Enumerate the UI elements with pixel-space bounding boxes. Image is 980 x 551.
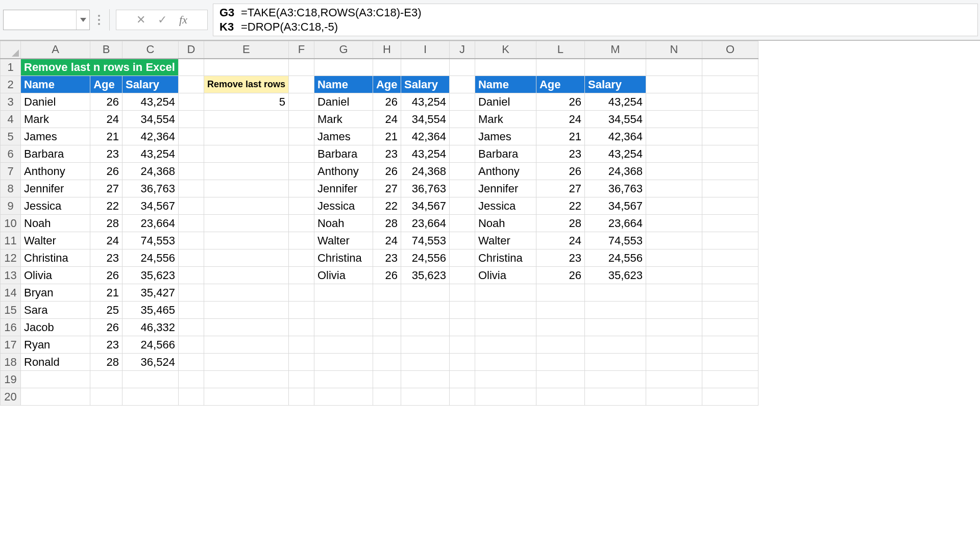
cell-L9[interactable]: 22 xyxy=(536,197,584,215)
cell-C9[interactable]: 34,567 xyxy=(122,197,178,215)
cell-E5[interactable] xyxy=(204,128,288,145)
cell-N3[interactable] xyxy=(646,93,702,111)
cell-A1[interactable]: Remove last n rows in Excel xyxy=(21,59,179,76)
cell-E7[interactable] xyxy=(204,163,288,180)
cell-F3[interactable] xyxy=(288,93,314,111)
cell-K11[interactable]: Walter xyxy=(475,232,536,249)
cell-D13[interactable] xyxy=(178,267,204,284)
cell-N8[interactable] xyxy=(646,180,702,197)
cell-L15[interactable] xyxy=(536,302,584,319)
cell-N11[interactable] xyxy=(646,232,702,249)
cell-A17[interactable]: Ryan xyxy=(21,336,90,354)
row-header-17[interactable]: 17 xyxy=(1,336,21,354)
cell-C3[interactable]: 43,254 xyxy=(122,93,178,111)
cell-D19[interactable] xyxy=(178,371,204,388)
cell-L1[interactable] xyxy=(536,59,584,76)
cell-K16[interactable] xyxy=(475,319,536,336)
cell-L5[interactable]: 21 xyxy=(536,128,584,145)
column-header-L[interactable]: L xyxy=(536,41,584,59)
cell-H18[interactable] xyxy=(373,354,401,371)
cell-J17[interactable] xyxy=(449,336,475,354)
row-header-2[interactable]: 2 xyxy=(1,76,21,93)
cell-N13[interactable] xyxy=(646,267,702,284)
cell-F8[interactable] xyxy=(288,180,314,197)
cell-N5[interactable] xyxy=(646,128,702,145)
cell-B11[interactable]: 24 xyxy=(90,232,122,249)
cell-F5[interactable] xyxy=(288,128,314,145)
cell-F4[interactable] xyxy=(288,111,314,128)
cell-M19[interactable] xyxy=(584,371,646,388)
row-header-6[interactable]: 6 xyxy=(1,145,21,163)
cell-H3[interactable]: 26 xyxy=(373,93,401,111)
column-header-E[interactable]: E xyxy=(204,41,288,59)
cell-E15[interactable] xyxy=(204,302,288,319)
cell-K2[interactable]: Name xyxy=(475,76,536,93)
cell-E8[interactable] xyxy=(204,180,288,197)
cell-F13[interactable] xyxy=(288,267,314,284)
cell-C18[interactable]: 36,524 xyxy=(122,354,178,371)
cell-H7[interactable]: 26 xyxy=(373,163,401,180)
cell-G3[interactable]: Daniel xyxy=(314,93,373,111)
cell-O18[interactable] xyxy=(702,354,758,371)
cell-L11[interactable]: 24 xyxy=(536,232,584,249)
cell-D18[interactable] xyxy=(178,354,204,371)
cell-E2[interactable]: Remove last rows xyxy=(204,76,288,93)
cell-H12[interactable]: 23 xyxy=(373,249,401,267)
cell-L6[interactable]: 23 xyxy=(536,145,584,163)
cell-E19[interactable] xyxy=(204,371,288,388)
cell-J18[interactable] xyxy=(449,354,475,371)
cell-G12[interactable]: Christina xyxy=(314,249,373,267)
cell-G18[interactable] xyxy=(314,354,373,371)
cell-I8[interactable]: 36,763 xyxy=(401,180,449,197)
cell-H11[interactable]: 24 xyxy=(373,232,401,249)
column-header-H[interactable]: H xyxy=(373,41,401,59)
cell-K13[interactable]: Olivia xyxy=(475,267,536,284)
cell-B17[interactable]: 23 xyxy=(90,336,122,354)
cell-C13[interactable]: 35,623 xyxy=(122,267,178,284)
cell-G4[interactable]: Mark xyxy=(314,111,373,128)
cell-B16[interactable]: 26 xyxy=(90,319,122,336)
cell-G5[interactable]: James xyxy=(314,128,373,145)
cell-M18[interactable] xyxy=(584,354,646,371)
cell-I5[interactable]: 42,364 xyxy=(401,128,449,145)
cell-H6[interactable]: 23 xyxy=(373,145,401,163)
cell-C16[interactable]: 46,332 xyxy=(122,319,178,336)
cell-D12[interactable] xyxy=(178,249,204,267)
column-header-C[interactable]: C xyxy=(122,41,178,59)
cell-N17[interactable] xyxy=(646,336,702,354)
cell-C15[interactable]: 35,465 xyxy=(122,302,178,319)
cell-G19[interactable] xyxy=(314,371,373,388)
cell-B20[interactable] xyxy=(90,388,122,406)
cell-M11[interactable]: 74,553 xyxy=(584,232,646,249)
cell-L8[interactable]: 27 xyxy=(536,180,584,197)
row-header-11[interactable]: 11 xyxy=(1,232,21,249)
cell-F6[interactable] xyxy=(288,145,314,163)
cell-D15[interactable] xyxy=(178,302,204,319)
cell-I9[interactable]: 34,567 xyxy=(401,197,449,215)
cell-O15[interactable] xyxy=(702,302,758,319)
cell-O8[interactable] xyxy=(702,180,758,197)
cell-D9[interactable] xyxy=(178,197,204,215)
cell-G17[interactable] xyxy=(314,336,373,354)
cell-J12[interactable] xyxy=(449,249,475,267)
cell-I20[interactable] xyxy=(401,388,449,406)
cell-F9[interactable] xyxy=(288,197,314,215)
cell-J4[interactable] xyxy=(449,111,475,128)
column-header-O[interactable]: O xyxy=(702,41,758,59)
cell-G9[interactable]: Jessica xyxy=(314,197,373,215)
cell-I18[interactable] xyxy=(401,354,449,371)
cell-E13[interactable] xyxy=(204,267,288,284)
cell-K4[interactable]: Mark xyxy=(475,111,536,128)
cell-E18[interactable] xyxy=(204,354,288,371)
cell-M5[interactable]: 42,364 xyxy=(584,128,646,145)
cell-J20[interactable] xyxy=(449,388,475,406)
cell-B14[interactable]: 21 xyxy=(90,284,122,302)
cell-A12[interactable]: Christina xyxy=(21,249,90,267)
cell-J19[interactable] xyxy=(449,371,475,388)
cell-N2[interactable] xyxy=(646,76,702,93)
cell-E1[interactable] xyxy=(204,59,288,76)
cell-H5[interactable]: 21 xyxy=(373,128,401,145)
cell-M8[interactable]: 36,763 xyxy=(584,180,646,197)
cell-J7[interactable] xyxy=(449,163,475,180)
cell-M7[interactable]: 24,368 xyxy=(584,163,646,180)
